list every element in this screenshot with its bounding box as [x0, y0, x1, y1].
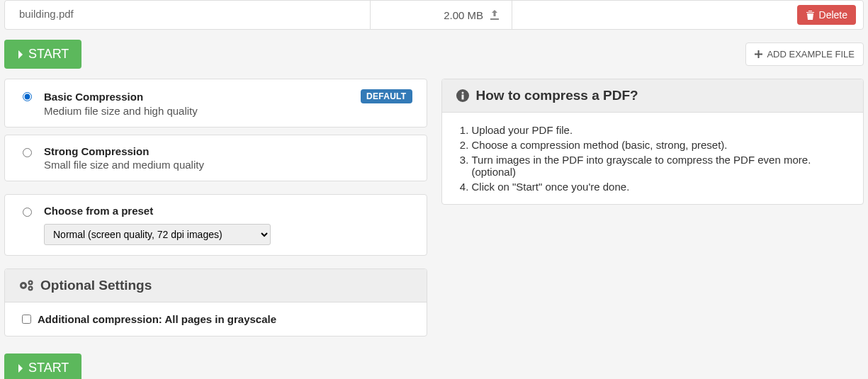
start-label: START — [28, 47, 69, 62]
svg-rect-8 — [461, 95, 463, 100]
default-badge: DEFAULT — [361, 89, 412, 103]
gears-icon — [19, 279, 35, 292]
add-example-button[interactable]: ADD EXAMPLE FILE — [745, 43, 864, 66]
trash-icon — [806, 10, 815, 20]
info-step: Choose a compression method (basic, stro… — [472, 137, 850, 152]
action-bar: START ADD EXAMPLE FILE — [4, 30, 864, 79]
start-button-bottom[interactable]: START — [4, 353, 81, 379]
option-basic-desc: Medium file size and high quality — [44, 105, 412, 117]
info-step: Turn images in the PDF into grayscale to… — [472, 152, 850, 179]
option-basic-panel: Basic Compression DEFAULT Medium file si… — [4, 79, 427, 128]
info-step: Click on "Start" once you're done. — [472, 179, 850, 194]
file-name: building.pdf — [5, 1, 371, 29]
info-panel-header: How to compress a PDF? — [442, 79, 864, 113]
start-label-bottom: START — [28, 361, 69, 375]
grayscale-label[interactable]: Additional compression: All pages in gra… — [38, 313, 276, 325]
optional-settings-title: Optional Settings — [40, 278, 152, 293]
delete-label: Delete — [819, 9, 847, 21]
file-action-cell: Delete — [512, 1, 863, 29]
plus-icon — [755, 50, 762, 58]
start-button-top[interactable]: START — [4, 40, 81, 69]
file-size-cell: 2.00 MB — [371, 1, 512, 29]
radio-preset[interactable] — [23, 208, 32, 217]
upload-icon — [489, 9, 500, 21]
info-title: How to compress a PDF? — [476, 88, 638, 103]
option-basic-title: Basic Compression — [44, 91, 143, 103]
add-example-label: ADD EXAMPLE FILE — [767, 49, 855, 60]
delete-button[interactable]: Delete — [797, 5, 856, 25]
option-preset-panel: Choose from a preset Normal (screen qual… — [4, 194, 427, 256]
info-steps: Upload your PDF file. Choose a compressi… — [456, 123, 850, 194]
option-strong-desc: Small file size and medium quality — [44, 159, 412, 171]
svg-point-5 — [30, 288, 32, 290]
svg-point-1 — [22, 284, 25, 287]
file-row: building.pdf 2.00 MB Delete — [4, 0, 864, 30]
optional-settings-panel: Optional Settings Additional compression… — [4, 268, 427, 336]
grayscale-checkbox[interactable] — [22, 315, 31, 324]
svg-point-3 — [30, 282, 32, 284]
info-panel: How to compress a PDF? Upload your PDF f… — [441, 79, 864, 205]
svg-point-7 — [461, 92, 463, 94]
chevron-right-icon — [17, 49, 24, 60]
info-step: Upload your PDF file. — [472, 123, 850, 137]
option-strong-panel: Strong Compression Small file size and m… — [4, 135, 427, 181]
option-strong-title: Strong Compression — [44, 145, 412, 157]
chevron-right-icon — [17, 363, 24, 374]
radio-strong[interactable] — [23, 148, 32, 157]
preset-select[interactable]: Normal (screen quality, 72 dpi images) — [44, 224, 271, 245]
option-preset-title: Choose from a preset — [44, 205, 412, 217]
info-icon — [456, 89, 469, 102]
file-size: 2.00 MB — [444, 9, 483, 21]
radio-basic[interactable] — [23, 92, 32, 101]
optional-settings-header: Optional Settings — [5, 269, 427, 302]
